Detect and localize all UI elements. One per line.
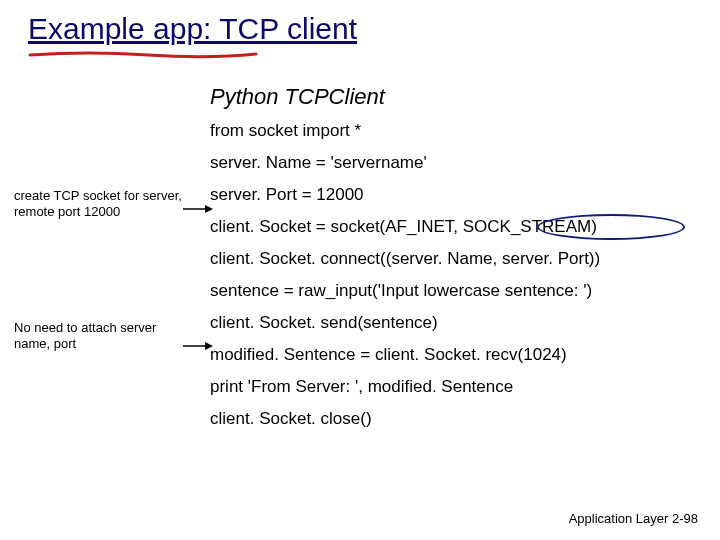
code-line: sentence = raw_input('Input lowercase se… <box>210 282 600 299</box>
slide-subtitle: Python TCPClient <box>210 84 385 110</box>
code-line: server. Name = 'servername' <box>210 154 600 171</box>
arrow-icon <box>183 337 213 355</box>
svg-marker-1 <box>205 205 213 213</box>
code-line: client. Socket. connect((server. Name, s… <box>210 250 600 267</box>
code-line: client. Socket. send(sentence) <box>210 314 600 331</box>
svg-marker-3 <box>205 342 213 350</box>
code-line: server. Port = 12000 <box>210 186 600 203</box>
slide-title: Example app: TCP client <box>28 12 357 46</box>
title-hand-underline <box>28 46 258 56</box>
slide-footer: Application Layer 2-98 <box>569 511 698 526</box>
code-line: client. Socket. close() <box>210 410 600 427</box>
arrow-icon <box>183 200 213 218</box>
annotation-create-socket: create TCP socket for server, remote por… <box>14 188 189 221</box>
code-block: from socket import * server. Name = 'ser… <box>210 122 600 442</box>
code-line: print 'From Server: ', modified. Sentenc… <box>210 378 600 395</box>
code-line: from socket import * <box>210 122 600 139</box>
annotation-no-attach: No need to attach server name, port <box>14 320 189 353</box>
sock-stream-highlight-oval <box>537 214 685 240</box>
code-line: modified. Sentence = client. Socket. rec… <box>210 346 600 363</box>
